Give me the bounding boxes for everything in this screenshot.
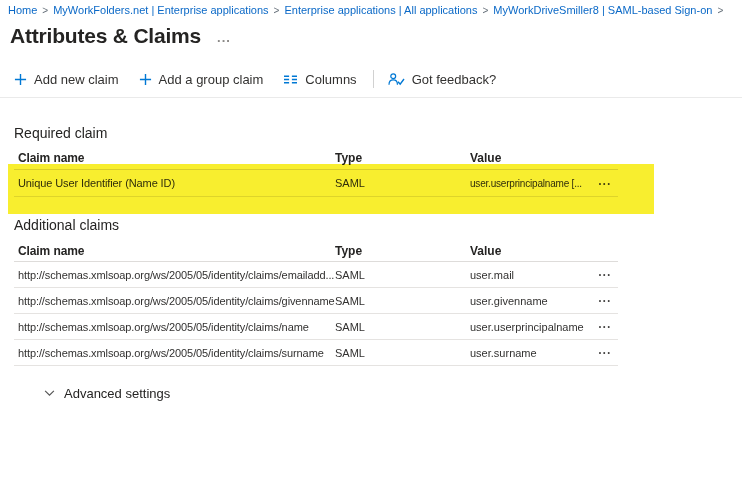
chevron-down-icon bbox=[44, 390, 55, 397]
row-more-menu-icon[interactable]: ••• bbox=[599, 271, 618, 278]
add-new-claim-button[interactable]: Add new claim bbox=[14, 72, 119, 87]
claim-value-cell: user.mail bbox=[470, 269, 584, 281]
column-header-type: Type bbox=[335, 151, 470, 165]
table-row[interactable]: http://schemas.xmlsoap.org/ws/2005/05/id… bbox=[14, 314, 618, 340]
column-header-claim-name: Claim name bbox=[14, 244, 335, 258]
toolbar-rule bbox=[0, 97, 742, 98]
claim-name-cell[interactable]: http://schemas.xmlsoap.org/ws/2005/05/id… bbox=[14, 321, 335, 333]
additional-claims-heading: Additional claims bbox=[14, 217, 119, 233]
add-group-claim-button[interactable]: Add a group claim bbox=[139, 72, 264, 87]
claim-value-cell: user.userprincipalname bbox=[470, 321, 584, 333]
columns-icon bbox=[283, 73, 298, 86]
table-row[interactable]: http://schemas.xmlsoap.org/ws/2005/05/id… bbox=[14, 262, 618, 288]
claim-type-cell: SAML bbox=[335, 295, 470, 307]
add-new-claim-label: Add new claim bbox=[34, 72, 119, 87]
columns-label: Columns bbox=[305, 72, 356, 87]
more-actions-icon[interactable]: ... bbox=[217, 31, 231, 48]
column-header-value: Value bbox=[470, 244, 584, 258]
claim-type-cell: SAML bbox=[335, 321, 470, 333]
breadcrumb-separator: > bbox=[482, 5, 488, 16]
row-more-menu-icon[interactable]: ••• bbox=[599, 180, 618, 187]
table-row[interactable]: http://schemas.xmlsoap.org/ws/2005/05/id… bbox=[14, 288, 618, 314]
column-header-type: Type bbox=[335, 244, 470, 258]
advanced-settings-label: Advanced settings bbox=[64, 386, 170, 401]
breadcrumb-item-all-applications[interactable]: Enterprise applications | All applicatio… bbox=[284, 4, 477, 16]
columns-button[interactable]: Columns bbox=[283, 72, 356, 87]
row-more-menu-icon[interactable]: ••• bbox=[599, 349, 618, 356]
table-header-row: Claim name Type Value bbox=[14, 147, 618, 170]
additional-claims-table: Claim name Type Value http://schemas.xml… bbox=[14, 240, 618, 366]
table-row[interactable]: Unique User Identifier (Name ID) SAML us… bbox=[14, 170, 618, 197]
breadcrumb-separator: > bbox=[717, 5, 723, 16]
plus-icon bbox=[14, 73, 27, 86]
claim-type-cell: SAML bbox=[335, 347, 470, 359]
got-feedback-label: Got feedback? bbox=[412, 72, 497, 87]
claim-name-cell[interactable]: http://schemas.xmlsoap.org/ws/2005/05/id… bbox=[14, 269, 335, 281]
claim-name-cell[interactable]: http://schemas.xmlsoap.org/ws/2005/05/id… bbox=[14, 347, 335, 359]
got-feedback-button[interactable]: Got feedback? bbox=[388, 72, 497, 87]
plus-icon bbox=[139, 73, 152, 86]
table-header-row: Claim name Type Value bbox=[14, 240, 618, 262]
claim-name-cell[interactable]: Unique User Identifier (Name ID) bbox=[14, 177, 335, 189]
advanced-settings-toggle[interactable]: Advanced settings bbox=[44, 386, 170, 401]
breadcrumb-item-home[interactable]: Home bbox=[8, 4, 37, 16]
page-title: Attributes & Claims bbox=[10, 24, 201, 48]
toolbar: Add new claim Add a group claim Columns … bbox=[14, 66, 516, 92]
feedback-icon bbox=[388, 72, 405, 87]
required-claim-heading: Required claim bbox=[14, 125, 107, 141]
breadcrumb: Home > MyWorkFolders.net | Enterprise ap… bbox=[8, 4, 728, 16]
claim-value-cell: user.surname bbox=[470, 347, 584, 359]
row-more-menu-icon[interactable]: ••• bbox=[599, 297, 618, 304]
claim-type-cell: SAML bbox=[335, 269, 470, 281]
claim-value-cell: user.givenname bbox=[470, 295, 584, 307]
breadcrumb-item-saml-sign-on[interactable]: MyWorkDriveSmiller8 | SAML-based Sign-on bbox=[493, 4, 712, 16]
claim-name-cell[interactable]: http://schemas.xmlsoap.org/ws/2005/05/id… bbox=[14, 295, 335, 307]
breadcrumb-separator: > bbox=[274, 5, 280, 16]
toolbar-divider bbox=[373, 70, 374, 88]
add-group-claim-label: Add a group claim bbox=[159, 72, 264, 87]
breadcrumb-item-enterprise-applications[interactable]: MyWorkFolders.net | Enterprise applicati… bbox=[53, 4, 268, 16]
column-header-claim-name: Claim name bbox=[14, 151, 335, 165]
page-header: Attributes & Claims ... bbox=[10, 24, 231, 48]
claim-type-cell: SAML bbox=[335, 177, 470, 189]
column-header-value: Value bbox=[470, 151, 584, 165]
breadcrumb-separator: > bbox=[42, 5, 48, 16]
table-row[interactable]: http://schemas.xmlsoap.org/ws/2005/05/id… bbox=[14, 340, 618, 366]
claim-value-cell: user.userprincipalname [... bbox=[470, 178, 584, 189]
row-more-menu-icon[interactable]: ••• bbox=[599, 323, 618, 330]
required-claims-table: Claim name Type Value Unique User Identi… bbox=[14, 147, 618, 197]
